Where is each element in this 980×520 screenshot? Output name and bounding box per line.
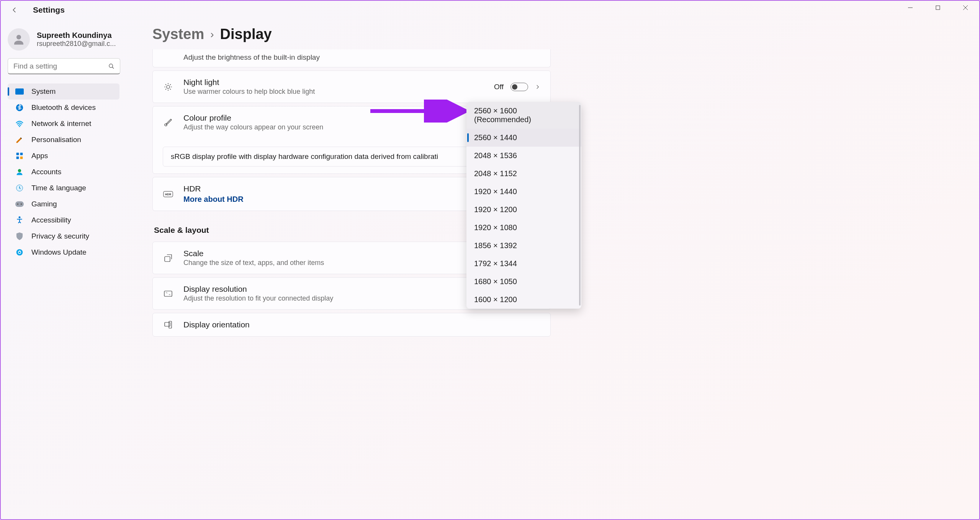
svg-rect-27 — [165, 322, 170, 326]
resolution-dropdown[interactable]: 2560 × 1600 (Recommended) 2560 × 1440 20… — [466, 102, 581, 309]
update-icon — [15, 248, 24, 257]
brightness-sub: Adjust the brightness of the built-in di… — [183, 53, 540, 62]
close-button[interactable] — [952, 1, 979, 15]
night-light-icon — [163, 82, 173, 92]
back-button[interactable] — [7, 2, 22, 18]
svg-rect-25 — [165, 257, 170, 262]
svg-rect-11 — [20, 153, 23, 155]
minimize-button[interactable] — [897, 1, 924, 15]
accessibility-icon — [15, 216, 24, 224]
nav-label: Apps — [31, 152, 48, 160]
nav-item-apps[interactable]: Apps — [8, 148, 119, 164]
svg-point-5 — [109, 64, 113, 67]
maximize-icon — [936, 5, 940, 10]
resolution-option[interactable]: 1792 × 1344 — [466, 255, 581, 273]
night-light-title: Night light — [183, 78, 484, 87]
back-arrow-icon — [11, 7, 18, 13]
sidebar: Supreeth Koundinya rsupreeth2810@gmail.c… — [1, 19, 131, 519]
hdr-icon: HDR — [163, 191, 173, 198]
annotation-arrow — [370, 100, 470, 123]
svg-point-17 — [17, 203, 19, 205]
resolution-option[interactable]: 2048 × 1536 — [466, 147, 581, 165]
nav-item-accessibility[interactable]: Accessibility — [8, 212, 119, 228]
nav-label: System — [31, 87, 56, 96]
nav-label: Bluetooth & devices — [31, 103, 96, 112]
privacy-icon — [15, 232, 24, 240]
resolution-option[interactable]: 2560 × 1600 (Recommended) — [466, 102, 581, 129]
resolution-option[interactable]: 2048 × 1152 — [466, 165, 581, 183]
night-light-toggle[interactable] — [510, 83, 528, 91]
svg-point-21 — [167, 85, 170, 88]
nav-label: Accounts — [31, 168, 61, 176]
breadcrumb-separator: › — [210, 28, 214, 41]
gaming-icon — [15, 200, 24, 208]
nav-label: Accessibility — [31, 216, 71, 224]
resolution-option[interactable]: 1600 × 1200 — [466, 291, 581, 309]
nav-list: System Bluetooth & devices Network & int… — [8, 83, 131, 260]
breadcrumb-parent[interactable]: System — [152, 26, 204, 43]
svg-text:HDR: HDR — [165, 193, 172, 196]
accounts-icon — [15, 168, 24, 176]
svg-point-19 — [19, 216, 21, 218]
close-icon — [963, 5, 968, 10]
resolution-option[interactable]: 1920 × 1440 — [466, 183, 581, 201]
nav-item-privacy[interactable]: Privacy & security — [8, 228, 119, 244]
dropdown-scrollbar[interactable] — [579, 105, 581, 306]
svg-rect-7 — [15, 88, 24, 95]
nav-item-system[interactable]: System — [8, 83, 119, 100]
nav-label: Windows Update — [31, 248, 87, 257]
scale-icon — [163, 253, 173, 263]
svg-rect-13 — [20, 157, 23, 159]
nav-item-time[interactable]: Time & language — [8, 180, 119, 196]
resolution-option[interactable]: 2560 × 1440 — [466, 129, 581, 147]
bluetooth-icon — [15, 103, 24, 112]
nav-item-gaming[interactable]: Gaming — [8, 196, 119, 212]
svg-point-4 — [16, 35, 21, 39]
colour-profile-icon — [163, 118, 173, 127]
search-box[interactable] — [8, 58, 120, 74]
nav-item-personalisation[interactable]: Personalisation — [8, 132, 119, 148]
nav-label: Time & language — [31, 184, 86, 192]
breadcrumb-current: Display — [220, 26, 272, 43]
nav-item-update[interactable]: Windows Update — [8, 244, 119, 260]
apps-icon — [15, 152, 24, 160]
avatar — [8, 28, 30, 51]
nav-item-accounts[interactable]: Accounts — [8, 164, 119, 180]
svg-rect-12 — [16, 157, 19, 159]
maximize-button[interactable] — [924, 1, 952, 15]
nav-item-network[interactable]: Network & internet — [8, 116, 119, 132]
nav-label: Personalisation — [31, 136, 81, 144]
card-brightness-cut[interactable]: Adjust the brightness of the built-in di… — [152, 49, 551, 67]
scale-sub: Change the size of text, apps, and other… — [183, 259, 484, 267]
orientation-title: Display orientation — [183, 320, 540, 329]
nav-label: Privacy & security — [31, 232, 89, 240]
svg-rect-16 — [15, 201, 24, 207]
time-icon — [15, 184, 24, 192]
network-icon — [15, 119, 24, 128]
svg-point-18 — [21, 203, 22, 205]
resolution-option[interactable]: 1920 × 1080 — [466, 219, 581, 237]
scale-title: Scale — [183, 249, 484, 258]
svg-rect-10 — [16, 153, 19, 155]
resolution-option[interactable]: 1920 × 1200 — [466, 201, 581, 219]
search-input[interactable] — [13, 62, 108, 70]
svg-rect-1 — [936, 6, 940, 10]
personalisation-icon — [15, 136, 24, 144]
nav-label: Gaming — [31, 200, 57, 208]
nav-item-bluetooth[interactable]: Bluetooth & devices — [8, 100, 119, 116]
card-orientation[interactable]: Display orientation — [152, 313, 551, 337]
resolution-option[interactable]: 1856 × 1392 — [466, 237, 581, 255]
chevron-right-icon — [535, 84, 540, 90]
svg-rect-26 — [164, 291, 172, 296]
svg-point-9 — [19, 126, 20, 127]
night-light-state: Off — [494, 83, 504, 91]
person-icon — [12, 33, 26, 46]
night-light-sub: Use warmer colours to help block blue li… — [183, 88, 484, 96]
system-icon — [15, 87, 24, 96]
titlebar: Settings — [1, 1, 979, 19]
minimize-icon — [908, 5, 913, 10]
nav-label: Network & internet — [31, 119, 91, 128]
card-night-light[interactable]: Night light Use warmer colours to help b… — [152, 70, 551, 103]
profile-block[interactable]: Supreeth Koundinya rsupreeth2810@gmail.c… — [8, 25, 131, 58]
resolution-option[interactable]: 1680 × 1050 — [466, 273, 581, 291]
